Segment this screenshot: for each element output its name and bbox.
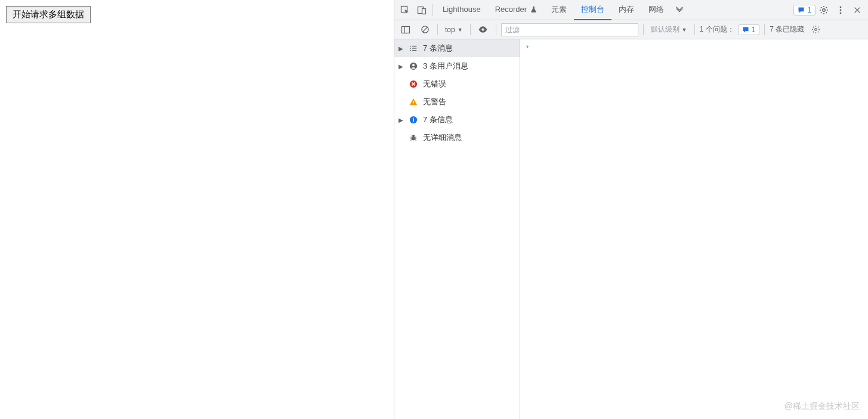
tab-elements[interactable]: 元素	[544, 0, 574, 20]
separator	[643, 24, 644, 35]
separator	[694, 24, 695, 35]
tab-label: 内存	[619, 4, 634, 15]
console-sidebar: ▶ 7 条消息 ▶ 3 条用户消息 ▶ 无错误	[394, 39, 520, 419]
sidebar-item-warnings[interactable]: ▶ 无警告	[394, 93, 520, 111]
svg-point-15	[410, 50, 411, 51]
svg-point-5	[840, 9, 842, 11]
user-icon	[409, 61, 418, 71]
svg-point-4	[840, 6, 842, 8]
console-toolbar: top ▼ 默认级别 ▼ 1 个问题： 1 7 条已隐藏	[394, 20, 868, 39]
sidebar-item-user-messages[interactable]: ▶ 3 条用户消息	[394, 57, 520, 75]
tab-network[interactable]: 网络	[641, 0, 671, 20]
context-label: top	[445, 26, 455, 34]
kebab-menu-icon[interactable]	[832, 2, 849, 18]
more-tabs-icon[interactable]	[671, 2, 688, 18]
issues-count: 1	[752, 26, 756, 34]
svg-point-14	[410, 48, 411, 49]
sidebar-item-info[interactable]: ▶ 7 条信息	[394, 111, 520, 129]
svg-rect-2	[422, 8, 426, 14]
devtools-panel: Lighthouse Recorder 元素 控制台 内存 网络 1	[394, 0, 868, 419]
warning-icon	[409, 97, 418, 107]
clear-console-icon[interactable]	[417, 22, 433, 38]
chevron-down-icon: ▼	[458, 27, 463, 33]
separator	[433, 4, 433, 16]
tab-lighthouse[interactable]: Lighthouse	[435, 0, 488, 20]
sidebar-item-label: 无错误	[423, 79, 446, 89]
tab-console[interactable]: 控制台	[574, 0, 611, 20]
console-prompt-icon: ›	[525, 42, 530, 51]
device-toolbar-icon[interactable]	[413, 2, 430, 18]
chat-icon	[742, 26, 749, 33]
inspect-element-icon[interactable]	[397, 2, 413, 18]
console-settings-icon[interactable]	[808, 22, 823, 38]
tab-label: 元素	[551, 4, 567, 15]
bug-icon	[409, 133, 418, 142]
live-expression-icon[interactable]	[475, 22, 491, 38]
svg-rect-26	[413, 117, 414, 119]
expand-icon: ▶	[398, 117, 404, 123]
tab-label: Recorder	[495, 5, 527, 14]
devtools-tabbar: Lighthouse Recorder 元素 控制台 内存 网络 1	[394, 0, 868, 20]
svg-rect-25	[413, 119, 414, 122]
svg-point-20	[412, 64, 415, 66]
sidebar-item-messages[interactable]: ▶ 7 条消息	[394, 39, 520, 57]
page-content: 开始请求多组数据	[0, 0, 394, 419]
console-output[interactable]: ›	[520, 39, 868, 419]
svg-rect-22	[413, 101, 413, 103]
svg-rect-23	[413, 104, 413, 104]
sidebar-item-errors[interactable]: ▶ 无错误	[394, 75, 520, 93]
filter-input[interactable]	[501, 23, 638, 36]
chat-icon	[798, 7, 805, 14]
separator	[437, 24, 438, 35]
log-level-label: 默认级别	[651, 24, 679, 35]
tab-label: 控制台	[581, 4, 604, 15]
sidebar-item-label: 无详细消息	[423, 132, 462, 143]
separator	[496, 24, 496, 35]
separator	[470, 24, 471, 35]
svg-point-28	[412, 135, 415, 137]
toggle-sidebar-icon[interactable]	[398, 22, 413, 38]
issues-badge-count: 1	[807, 6, 811, 14]
svg-point-12	[814, 29, 817, 31]
issues-text: 1 个问题：	[700, 24, 734, 35]
log-level-selector[interactable]: 默认级别 ▼	[648, 24, 690, 35]
sidebar-item-verbose[interactable]: ▶ 无详细消息	[394, 129, 520, 147]
start-request-button[interactable]: 开始请求多组数据	[6, 6, 91, 23]
issues-summary[interactable]: 1 个问题： 1	[700, 24, 760, 35]
close-icon[interactable]	[849, 2, 866, 18]
sidebar-item-label: 7 条消息	[423, 43, 453, 54]
svg-point-11	[481, 28, 484, 30]
tab-recorder[interactable]: Recorder	[488, 0, 544, 20]
flask-icon	[530, 6, 537, 13]
console-main: ▶ 7 条消息 ▶ 3 条用户消息 ▶ 无错误	[394, 39, 868, 419]
error-icon	[409, 79, 418, 89]
tab-label: Lighthouse	[443, 5, 481, 14]
expand-icon: ▶	[398, 63, 404, 70]
svg-line-10	[422, 27, 427, 32]
list-icon	[409, 44, 418, 53]
settings-icon[interactable]	[816, 2, 832, 18]
tab-label: 网络	[648, 4, 664, 15]
expand-icon: ▶	[398, 45, 404, 52]
svg-rect-7	[402, 26, 410, 33]
hidden-messages-label[interactable]: 7 条已隐藏	[770, 24, 804, 35]
info-icon	[409, 115, 418, 125]
sidebar-item-label: 3 条用户消息	[423, 61, 468, 72]
sidebar-item-label: 7 条信息	[423, 114, 453, 125]
separator	[764, 24, 765, 35]
chevron-down-icon: ▼	[682, 27, 687, 33]
issues-badge[interactable]: 1	[793, 5, 816, 15]
svg-point-13	[410, 46, 411, 47]
context-selector[interactable]: top ▼	[443, 26, 465, 34]
svg-point-3	[823, 8, 825, 11]
sidebar-item-label: 无警告	[423, 97, 446, 107]
svg-point-6	[840, 12, 842, 14]
tab-memory[interactable]: 内存	[611, 0, 641, 20]
